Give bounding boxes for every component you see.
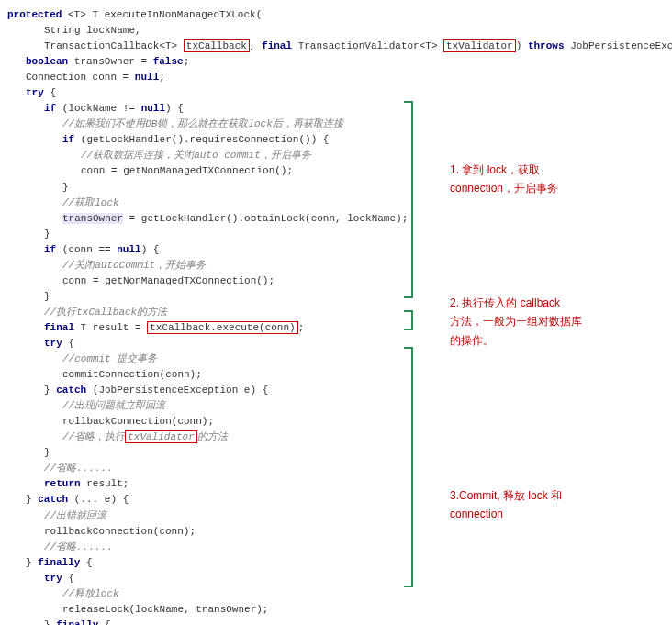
t14b: = getLockHandler().obtainLock(conn, lock… xyxy=(123,213,408,224)
t04d: ; xyxy=(184,56,190,67)
annotation-2-l2: 方法，一般为一组对数据库 xyxy=(450,315,582,328)
t21b: T result = xyxy=(74,322,147,333)
t36c: { xyxy=(80,557,92,568)
cmt-28a: //省略，执行 xyxy=(62,431,125,442)
kw-protected: protected xyxy=(7,9,62,20)
kw-finally2: finally xyxy=(56,619,98,625)
t16b: (conn == xyxy=(56,244,117,255)
t25a: } xyxy=(44,385,56,396)
box-execute: txCallback.execute(conn) xyxy=(147,321,297,334)
cmt-23: //commit 提交事务 xyxy=(62,353,157,364)
t11: conn = getNonManagedTXConnection(); xyxy=(81,165,293,176)
t01b: <T> T executeInNonManagedTXLock( xyxy=(62,9,262,20)
t12: } xyxy=(62,182,69,193)
t15: } xyxy=(44,229,50,240)
hl-transOwner: transOwner xyxy=(62,213,123,224)
t19: } xyxy=(44,291,50,302)
cmt-33: //出错就回滚 xyxy=(44,510,106,521)
annotation-1-l1: 1. 拿到 lock，获取 xyxy=(450,163,540,176)
t03i: JobPersistenceException { xyxy=(565,40,672,51)
t39: releaseLock(lockName, transOwner); xyxy=(62,604,268,615)
t31b: result; xyxy=(81,478,129,489)
t07b: (lockName != xyxy=(56,103,140,114)
kw-boolean: boolean xyxy=(26,56,68,67)
t22b: { xyxy=(62,338,74,349)
t02: String lockName, xyxy=(44,25,141,36)
t27: rollbackConnection(conn); xyxy=(62,416,214,427)
t25c: (JobPersistenceException e) { xyxy=(86,385,268,396)
annotation-3-l1: 3.Commit, 释放 lock 和 xyxy=(450,489,562,502)
t06b: { xyxy=(44,87,56,98)
cmt-35: //省略...... xyxy=(44,541,113,552)
kw-final2: final xyxy=(44,322,74,333)
t09b: (getLockHandler().requiresConnection()) … xyxy=(74,134,329,145)
kw-catch2: catch xyxy=(38,494,68,505)
annotation-2-l3: 的操作。 xyxy=(450,334,494,347)
t37b: { xyxy=(62,573,74,584)
cmt-08: //如果我们不使用DB锁，那么就在在获取lock后，再获取连接 xyxy=(62,118,343,129)
cmt-20: //执行txCallback的方法 xyxy=(44,307,167,318)
t34: rollbackConnection(conn); xyxy=(44,526,196,537)
cmt-13: //获取lock xyxy=(62,197,119,208)
t24: commitConnection(conn); xyxy=(62,369,202,380)
t29: } xyxy=(44,447,50,458)
t32a: } xyxy=(26,494,38,505)
box-txValidator: txValidator xyxy=(443,39,516,52)
kw-null2: null xyxy=(141,103,165,114)
t07d: ) { xyxy=(165,103,184,114)
kw-null1: null xyxy=(135,72,159,83)
annotation-3-l2: connection xyxy=(450,508,503,520)
t03c: , xyxy=(250,40,262,51)
annotation-3: 3.Commit, 释放 lock 和 connection xyxy=(450,486,562,524)
kw-if3: if xyxy=(44,244,56,255)
box-txValidator2: txValidator xyxy=(125,430,197,443)
kw-try2: try xyxy=(44,338,62,349)
kw-if1: if xyxy=(44,103,56,114)
t40c: { xyxy=(98,619,110,625)
t21d: ; xyxy=(298,322,305,333)
t05c: ; xyxy=(159,72,165,83)
kw-false: false xyxy=(153,56,184,67)
t16d: ) { xyxy=(141,244,160,255)
box-txCallback: txCallback xyxy=(184,39,250,52)
cmt-30: //省略...... xyxy=(44,463,113,474)
annotation-2-l1: 2. 执行传入的 callback xyxy=(450,296,560,309)
code-block: protected <T> T executeInNonManagedTXLoc… xyxy=(7,7,411,625)
cmt-17: //关闭autoCommit，开始事务 xyxy=(62,260,206,271)
kw-return: return xyxy=(44,478,81,489)
kw-catch1: catch xyxy=(56,385,86,396)
kw-throws: throws xyxy=(528,40,565,51)
cmt-10: //获取数据库连接，关闭auto commit，开启事务 xyxy=(81,150,311,161)
t04b: transOwner = xyxy=(68,56,152,67)
kw-finally1: finally xyxy=(38,557,80,568)
t36a: } xyxy=(26,557,38,568)
t40a: } xyxy=(44,619,56,625)
t03g: ) xyxy=(516,40,528,51)
cmt-38: //释放lock xyxy=(62,588,119,599)
kw-null3: null xyxy=(117,244,140,255)
kw-try3: try xyxy=(44,573,62,584)
annotation-2: 2. 执行传入的 callback 方法，一般为一组对数据库 的操作。 xyxy=(450,294,582,350)
kw-if2: if xyxy=(62,134,74,145)
t05a: Connection conn = xyxy=(26,72,135,83)
annotation-1: 1. 拿到 lock，获取 connection，开启事务 xyxy=(450,161,558,198)
t32c: (... e) { xyxy=(68,494,129,505)
t18: conn = getNonManagedTXConnection(); xyxy=(62,275,274,286)
cmt-26: //出现问题就立即回滚 xyxy=(62,400,165,411)
kw-try1: try xyxy=(26,87,44,98)
annotation-1-l2: connection，开启事务 xyxy=(450,182,558,195)
t03e: TransactionValidator<T> xyxy=(292,40,443,51)
cmt-28c: 的方法 xyxy=(197,431,228,442)
kw-final: final xyxy=(262,40,292,51)
t03a: TransactionCallback<T> xyxy=(44,40,184,51)
